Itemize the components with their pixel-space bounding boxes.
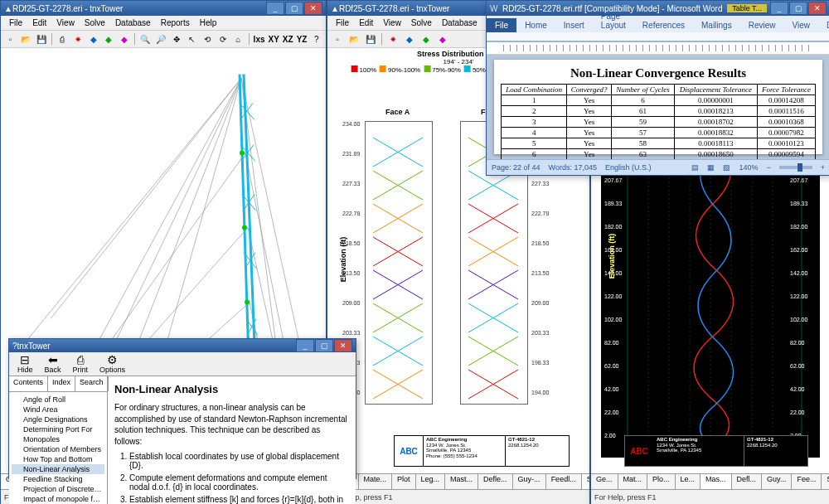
ruler[interactable] — [487, 42, 829, 55]
menu-view[interactable]: View — [51, 17, 80, 28]
help-tree[interactable]: Angle of RollWind AreaAngle Designations… — [9, 392, 107, 504]
tree-item[interactable]: How Top and Bottom — [12, 454, 104, 464]
menu-file[interactable]: File — [331, 17, 354, 28]
zoom-out-icon[interactable]: 🔎 — [154, 32, 168, 46]
menu-reports[interactable]: Reports — [156, 17, 195, 28]
rotate-icon[interactable]: ⟳ — [216, 32, 230, 46]
new-icon[interactable]: ▫ — [330, 32, 345, 46]
menu-view[interactable]: View — [378, 17, 406, 28]
minimize-button[interactable]: _ — [266, 2, 284, 15]
tool-icon[interactable]: ◆ — [435, 32, 450, 46]
menu-solve[interactable]: Solve — [80, 17, 110, 28]
options-button[interactable]: ⚙Options — [96, 352, 128, 376]
tab[interactable]: Plo... — [647, 474, 676, 489]
tab[interactable]: Feedl... — [546, 474, 582, 489]
reset-icon[interactable]: ⌂ — [231, 32, 245, 46]
tab[interactable]: Le... — [676, 474, 701, 489]
tab[interactable]: Ge... — [591, 474, 618, 489]
rotate-icon[interactable]: ⟲ — [201, 32, 215, 46]
ribbon-tab-mailings[interactable]: Mailings — [693, 18, 740, 32]
status-words[interactable]: Words: 17,045 — [549, 163, 597, 172]
ribbon-tab-developer[interactable]: Developer — [818, 18, 829, 32]
tool-icon[interactable]: ✷ — [71, 32, 85, 46]
tool-icon[interactable]: ◆ — [102, 32, 116, 46]
close-button[interactable]: ✕ — [334, 339, 352, 352]
axis-xy-button[interactable]: XY — [268, 32, 280, 46]
tree-item[interactable]: Wind Area — [12, 405, 104, 414]
maximize-button[interactable]: ▢ — [285, 2, 303, 15]
tree-item[interactable]: Angle of Roll — [12, 395, 104, 405]
tab[interactable]: Fee... — [792, 474, 822, 489]
menu-edit[interactable]: Edit — [27, 17, 51, 28]
back-button[interactable]: ⬅Back — [41, 352, 65, 376]
pointer-icon[interactable]: ↖ — [185, 32, 199, 46]
tree-item[interactable]: Projection of Discrete App — [12, 484, 104, 494]
tree-item[interactable]: Impact of monopole feed l — [12, 494, 104, 504]
status-page[interactable]: Page: 22 of 44 — [492, 163, 541, 172]
zoom-in-icon[interactable]: 🔍 — [138, 32, 153, 46]
tab[interactable]: Plot — [392, 474, 416, 489]
print-icon[interactable]: ⎙ — [56, 32, 70, 46]
tree-item[interactable]: Angle Designations — [12, 414, 104, 424]
tab[interactable]: Mat... — [618, 474, 648, 489]
menu-database[interactable]: Database — [110, 17, 156, 28]
print-button[interactable]: ⎙Print — [70, 352, 92, 376]
tool-icon[interactable]: ◆ — [402, 32, 417, 46]
tree-item[interactable]: Determining Port For — [12, 424, 104, 434]
ribbon-tab-references[interactable]: References — [634, 18, 693, 32]
help-tab-contents[interactable]: Contents — [9, 376, 48, 391]
ribbon-tab-insert[interactable]: Insert — [555, 18, 593, 32]
close-button[interactable]: ✕ — [808, 2, 827, 15]
save-icon[interactable]: 💾 — [34, 32, 48, 46]
titlebar[interactable]: W RDf25-GT-2278.eri.rtf [Compatibility M… — [487, 1, 829, 16]
tool-icon[interactable]: ◆ — [118, 32, 132, 46]
hide-button[interactable]: ⊟Hide — [14, 352, 36, 376]
tree-item[interactable]: Orientation of Members — [12, 444, 104, 454]
tab[interactable]: Guy... — [762, 474, 792, 489]
menu-database[interactable]: Database — [437, 17, 482, 28]
ribbon-tab-pagelayout[interactable]: Page Layout — [593, 9, 634, 32]
ribbon-tab-view[interactable]: View — [783, 18, 818, 32]
help-tab-search[interactable]: Search — [75, 376, 109, 391]
tab[interactable]: Defle... — [478, 474, 513, 489]
maximize-button[interactable]: ▢ — [789, 2, 807, 15]
tab[interactable]: Defl... — [732, 474, 763, 489]
status-zoom[interactable]: 140% — [739, 163, 758, 172]
help-icon[interactable]: ? — [309, 32, 323, 46]
view-icon[interactable]: ▦ — [707, 163, 715, 172]
open-icon[interactable]: 📂 — [347, 32, 361, 46]
tab[interactable]: Mast... — [445, 474, 478, 489]
menu-help[interactable]: Help — [195, 17, 222, 28]
tab[interactable]: Guy-... — [513, 474, 546, 489]
tool-icon[interactable]: ✷ — [385, 32, 400, 46]
status-lang[interactable]: English (U.S.) — [605, 163, 652, 172]
titlebar[interactable]: ▲ RDf25-GT-2278.eri - tnxTower _ ▢ ✕ — [1, 1, 326, 16]
tree-item[interactable]: Feedline Stacking — [12, 474, 104, 484]
tab[interactable]: St... — [822, 474, 829, 489]
zoom-out-button[interactable]: − — [766, 163, 770, 172]
menu-edit[interactable]: Edit — [354, 17, 378, 28]
ribbon-tab-file[interactable]: File — [487, 18, 516, 32]
tree-item[interactable]: Monopoles — [12, 434, 104, 444]
open-icon[interactable]: 📂 — [19, 32, 33, 46]
menu-file[interactable]: File — [4, 17, 27, 28]
pan-icon[interactable]: ✥ — [169, 32, 183, 46]
minimize-button[interactable]: _ — [770, 2, 788, 15]
help-content[interactable]: Non-Linear Analysis For ordinary structu… — [108, 376, 356, 504]
tree-item[interactable]: Non-Linear Analysis — [12, 464, 104, 474]
ribbon-tab-home[interactable]: Home — [516, 18, 555, 32]
tab[interactable]: Mate... — [359, 474, 393, 489]
help-tab-index[interactable]: Index — [48, 376, 75, 391]
tab[interactable]: Leg... — [416, 474, 446, 489]
close-button[interactable]: ✕ — [304, 2, 322, 15]
word-canvas[interactable]: Non-Linear Convergence Results Load Comb… — [487, 55, 829, 159]
view-icon[interactable]: ▤ — [691, 163, 699, 172]
tab-stress[interactable]: Stress — [582, 474, 589, 489]
maximize-button[interactable]: ▢ — [315, 339, 333, 352]
new-icon[interactable]: ▫ — [3, 32, 17, 46]
ribbon-tab-review[interactable]: Review — [740, 18, 784, 32]
save-icon[interactable]: 💾 — [363, 32, 378, 46]
tab-mast[interactable]: Mas... — [701, 474, 732, 489]
menu-solve[interactable]: Solve — [406, 17, 437, 28]
tool-icon[interactable]: ◆ — [86, 32, 100, 46]
